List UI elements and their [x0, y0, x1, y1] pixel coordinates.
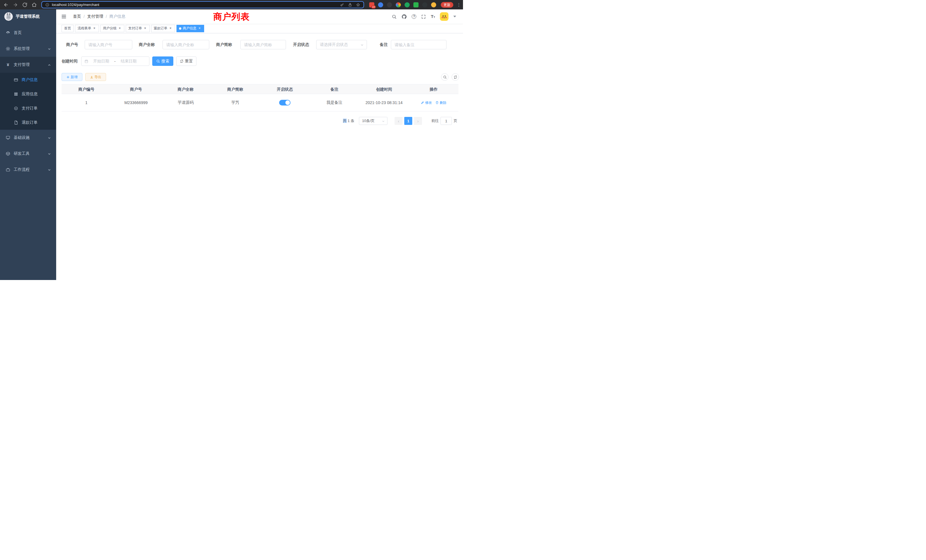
- remark-input[interactable]: [391, 40, 446, 49]
- tab-merchant-info[interactable]: 商户信息×: [177, 25, 204, 32]
- tab-pay-orders[interactable]: 支付订单×: [126, 25, 150, 32]
- delete-button-label: 删除: [440, 100, 446, 105]
- user-avatar[interactable]: [440, 12, 448, 21]
- edit-button[interactable]: 修改: [421, 100, 432, 105]
- github-icon[interactable]: [401, 14, 407, 20]
- tab-user-group[interactable]: 用户分组×: [100, 25, 124, 32]
- chevron-down-icon: [48, 136, 51, 139]
- grid-icon: [14, 92, 18, 96]
- tab-close-icon[interactable]: ×: [198, 27, 201, 30]
- breadcrumb-payment[interactable]: 支付管理: [87, 14, 103, 19]
- page-1-button[interactable]: 1: [404, 117, 412, 125]
- chevron-down-icon: [48, 152, 51, 155]
- extension-icon-8[interactable]: [431, 2, 436, 8]
- sidebar-item-refund-orders[interactable]: 退款订单: [0, 115, 56, 130]
- main-area: 商户列表 首页 / 支付管理 / 商户信息 ? TT: [56, 9, 463, 280]
- tab-close-icon[interactable]: ×: [118, 27, 122, 30]
- sidebar-item-system[interactable]: 系统管理: [0, 41, 56, 57]
- bookmark-star-icon[interactable]: [356, 3, 360, 7]
- tab-home[interactable]: 首页: [62, 25, 74, 32]
- reset-button[interactable]: 重置: [176, 56, 197, 66]
- back-icon[interactable]: [3, 2, 9, 8]
- create-time-range-picker[interactable]: 开始日期 - 结束日期: [81, 56, 150, 66]
- home-icon[interactable]: [32, 2, 37, 8]
- sidebar-item-infrastructure[interactable]: 基础设施: [0, 130, 56, 146]
- sidebar-item-merchant-info[interactable]: 商户信息: [0, 73, 56, 87]
- sidebar-item-pay-orders[interactable]: 支付订单: [0, 101, 56, 115]
- tab-refund-orders[interactable]: 退款订单×: [151, 25, 175, 32]
- full-name-input[interactable]: [162, 40, 209, 49]
- pagination-total-highlighted: 共: [343, 119, 346, 123]
- browser-toolbar: localhost:1024/pay/merchant 10 更新 ⋮: [0, 0, 463, 9]
- extension-icon-2[interactable]: [378, 2, 383, 8]
- col-header-remark: 备注: [310, 85, 359, 94]
- user-menu-caret-icon[interactable]: [453, 16, 456, 17]
- status-select-placeholder: 请选择开启状态: [320, 42, 348, 47]
- help-icon[interactable]: ?: [412, 14, 416, 19]
- sidebar-item-dev-tools[interactable]: 研发工具: [0, 146, 56, 162]
- tab-close-icon[interactable]: ×: [168, 27, 172, 30]
- top-navbar: 首页 / 支付管理 / 商户信息 ? TT: [56, 9, 463, 24]
- forward-icon[interactable]: [13, 2, 18, 8]
- status-toggle[interactable]: [279, 100, 291, 106]
- next-page-button[interactable]: ›: [414, 117, 422, 125]
- browser-menu-icon[interactable]: ⋮: [457, 2, 461, 8]
- sidebar-item-home[interactable]: 首页: [0, 25, 56, 41]
- extensions-area: 10: [369, 2, 436, 8]
- add-button[interactable]: 新增: [62, 73, 82, 81]
- cell-short-name: 芋艿: [210, 100, 260, 105]
- status-select[interactable]: 请选择开启状态: [316, 40, 367, 49]
- refresh-table-button[interactable]: [452, 73, 459, 81]
- plus-icon: [67, 76, 70, 79]
- tab-process-form[interactable]: 流程表单×: [75, 25, 99, 32]
- extension-icon-7[interactable]: [422, 2, 427, 8]
- edit-button-label: 修改: [425, 100, 432, 105]
- col-header-merchant-no: 商户号: [111, 85, 161, 94]
- col-header-merchant-id: 商户编号: [62, 85, 111, 94]
- question-glyph: ?: [413, 15, 415, 18]
- search-icon[interactable]: [392, 14, 396, 19]
- chevron-down-icon: [48, 168, 51, 171]
- app-logo[interactable]: 芋道管理系统: [0, 9, 56, 24]
- short-name-input[interactable]: [241, 40, 286, 49]
- browser-update-button[interactable]: 更新: [441, 2, 453, 8]
- delete-button[interactable]: 删除: [435, 100, 446, 105]
- pagination: 共 1 条 10条/页 ‹ 1 › 前往 页: [343, 117, 457, 125]
- tab-close-icon[interactable]: ×: [143, 27, 147, 30]
- export-button[interactable]: 导出: [85, 73, 106, 81]
- page-size-select[interactable]: 10条/页: [359, 117, 387, 125]
- sidebar-item-app-info[interactable]: 应用信息: [0, 87, 56, 101]
- breadcrumb-home[interactable]: 首页: [73, 14, 81, 19]
- pagination-total-rest: 1 条: [346, 119, 354, 123]
- chevron-down-icon: [48, 47, 51, 50]
- password-key-icon[interactable]: [340, 3, 344, 7]
- cell-create-time: 2021-10-23 08:31:14: [359, 100, 409, 105]
- goto-page-input[interactable]: [440, 117, 452, 125]
- extension-icon-3[interactable]: [387, 2, 392, 8]
- extension-icon-1[interactable]: 10: [369, 2, 374, 8]
- site-info-icon[interactable]: [45, 3, 49, 7]
- tab-close-icon[interactable]: ×: [92, 27, 96, 30]
- sidebar-toggle-icon[interactable]: [61, 14, 67, 20]
- search-button[interactable]: 搜索: [152, 56, 173, 66]
- font-size-icon[interactable]: TT: [431, 14, 435, 19]
- fullscreen-icon[interactable]: [421, 14, 426, 19]
- extension-icon-4[interactable]: [396, 2, 401, 8]
- sidebar-item-label: 商户信息: [22, 77, 38, 82]
- sidebar-item-payment[interactable]: ¥ 支付管理: [0, 57, 56, 73]
- document-icon: [14, 120, 18, 125]
- pencil-icon: [421, 101, 424, 104]
- page-size-value: 10条/页: [362, 118, 375, 123]
- extension-icon-6[interactable]: [413, 2, 419, 8]
- address-bar[interactable]: localhost:1024/pay/merchant: [41, 1, 364, 8]
- prev-page-button[interactable]: ‹: [395, 117, 402, 125]
- sidebar-item-workflow[interactable]: 工作流程: [0, 162, 56, 178]
- share-icon[interactable]: [348, 3, 352, 7]
- extension-icon-5[interactable]: [404, 2, 410, 8]
- font-small-glyph: T: [434, 16, 435, 18]
- merchant-no-input[interactable]: [85, 40, 132, 49]
- reload-icon[interactable]: [22, 2, 27, 8]
- breadcrumb-separator: /: [83, 14, 85, 19]
- tab-label: 首页: [64, 26, 71, 31]
- show-search-toggle-button[interactable]: [441, 73, 448, 81]
